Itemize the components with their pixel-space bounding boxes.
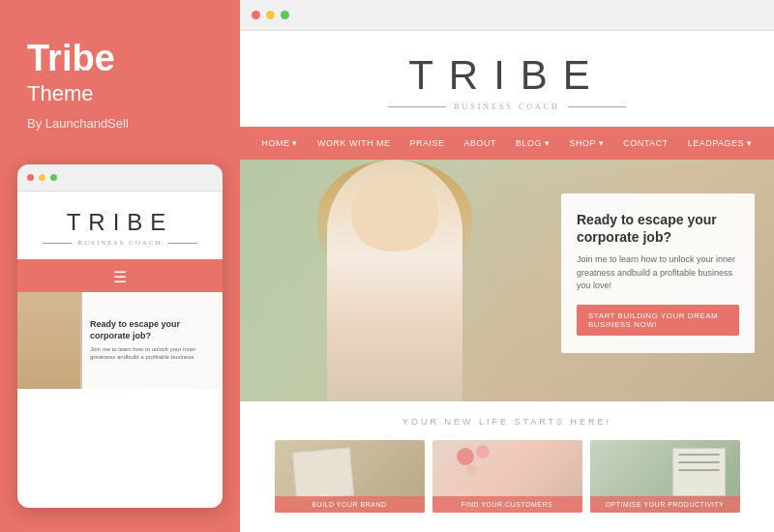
hero-cta-button[interactable]: Start building your dream business now! <box>577 305 739 336</box>
mobile-logo-divider-left <box>43 243 72 244</box>
card-customers-label: Find Your Customers <box>432 496 582 513</box>
hero-person <box>288 160 501 401</box>
desktop-browser-bar <box>240 0 774 31</box>
mobile-hero-title: Ready to escape your corporate job? <box>90 319 215 341</box>
notebook-line-3 <box>678 469 720 471</box>
left-panel: Tribe Theme By LaunchandSell TRIBE BUSIN… <box>0 0 240 532</box>
desktop-logo-divider-left <box>388 106 446 107</box>
card-productivity-label: Optimise Your Productivity <box>590 496 740 513</box>
mobile-logo-divider-right <box>168 243 197 244</box>
desktop-dot-yellow <box>266 11 275 19</box>
notebook-line-1 <box>678 454 720 456</box>
desktop-nav: HOME ▾ WORK WITH ME PRAISE ABOUT BLOG ▾ … <box>240 127 774 160</box>
theme-subtitle: Theme <box>27 81 213 106</box>
nav-leadpages[interactable]: LEADPAGES ▾ <box>688 138 753 148</box>
mobile-nav-bar: ☰ <box>17 261 223 292</box>
desktop-logo-area: TRIBE BUSINESS COACH <box>240 31 774 127</box>
card-brand: Build Your Brand <box>275 440 425 513</box>
card-customers: Find Your Customers <box>432 440 582 513</box>
desktop-logo-text: TRIBE <box>250 52 764 99</box>
hero-face <box>351 174 438 251</box>
hero-desc: Join me to learn how to unlock your inne… <box>577 253 739 293</box>
bottom-tagline: YOUR NEW LIFE STARTS HERE! <box>250 417 764 427</box>
hero-content-box: Ready to escape your corporate job? Join… <box>561 193 755 353</box>
bottom-cards: Build Your Brand Find Your Customers <box>250 440 764 513</box>
desktop-logo-line: BUSINESS COACH <box>250 103 764 111</box>
desktop-hero: Ready to escape your corporate job? Join… <box>240 160 774 401</box>
card-brand-label: Build Your Brand <box>275 496 425 513</box>
mobile-hero-image <box>17 292 80 389</box>
mobile-browser-bar <box>17 164 223 192</box>
hamburger-icon[interactable]: ☰ <box>113 268 127 286</box>
mobile-dot-green <box>50 174 57 181</box>
mobile-hero-content: Ready to escape your corporate job? Join… <box>82 292 223 389</box>
desktop-logo-divider-right <box>568 106 626 107</box>
mobile-logo-subtext: BUSINESS COACH <box>77 239 162 247</box>
desktop-preview: TRIBE BUSINESS COACH HOME ▾ WORK WITH ME… <box>240 0 774 532</box>
card-productivity: Optimise Your Productivity <box>590 440 740 513</box>
nav-praise[interactable]: PRAISE <box>409 138 444 148</box>
flower-3 <box>466 464 478 476</box>
flower-2 <box>476 445 490 458</box>
mobile-logo-text: TRIBE <box>27 209 213 236</box>
theme-byline: By LaunchandSell <box>27 116 213 131</box>
theme-title: Tribe <box>27 39 213 79</box>
hero-title: Ready to escape your corporate job? <box>577 211 739 246</box>
mobile-hero: Ready to escape your corporate job? Join… <box>17 292 223 389</box>
nav-home[interactable]: HOME ▾ <box>261 138 298 148</box>
desktop-bottom: YOUR NEW LIFE STARTS HERE! Build Your Br… <box>240 401 774 522</box>
mobile-logo-line: BUSINESS COACH <box>27 239 213 247</box>
card-brand-decor <box>291 447 353 500</box>
card-productivity-decor <box>672 448 726 496</box>
desktop-dot-red <box>252 11 260 19</box>
desktop-logo-subtext: BUSINESS COACH <box>454 103 560 111</box>
notebook-line-2 <box>678 461 720 463</box>
nav-blog[interactable]: BLOG ▾ <box>516 138 551 148</box>
mobile-hero-desc: Join me to learn how to unlock your inne… <box>90 345 215 362</box>
nav-about[interactable]: ABOUT <box>463 138 496 148</box>
mobile-logo-area: TRIBE BUSINESS COACH <box>17 192 223 261</box>
nav-contact[interactable]: CONTACT <box>623 138 668 148</box>
mobile-preview: TRIBE BUSINESS COACH ☰ Ready to escape y… <box>17 164 223 508</box>
flower-1 <box>457 448 474 465</box>
nav-work-with-me[interactable]: WORK WITH ME <box>317 138 391 148</box>
desktop-dot-green <box>281 11 289 19</box>
mobile-dot-yellow <box>39 174 45 181</box>
nav-shop[interactable]: SHOP ▾ <box>570 138 605 148</box>
mobile-dot-red <box>27 174 34 181</box>
